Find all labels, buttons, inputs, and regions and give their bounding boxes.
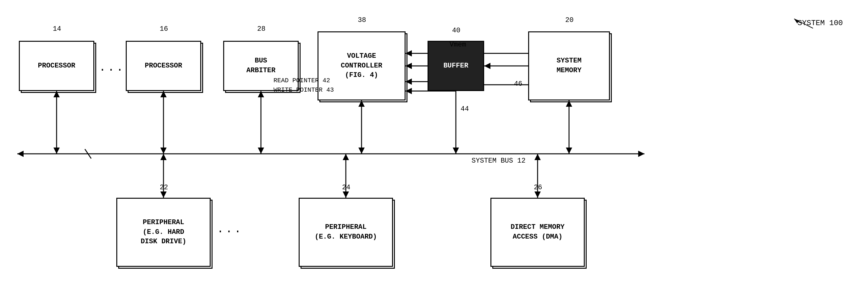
svg-marker-23: [343, 154, 349, 160]
system-memory-label: SYSTEM MEMORY: [556, 56, 581, 76]
dots-2: ...: [217, 223, 243, 236]
svg-marker-7: [160, 91, 166, 97]
svg-marker-32: [484, 63, 490, 69]
peripheral1-label: PERIPHERAL (E.G. HARD DISK DRIVE): [141, 218, 186, 247]
svg-marker-2: [638, 151, 645, 157]
bus-arbiter-label: BUS ARBITER: [246, 56, 275, 76]
ref-16: 16: [160, 25, 168, 33]
dots-1: ...: [99, 61, 125, 74]
ref-46: 46: [514, 80, 522, 88]
svg-marker-11: [258, 147, 264, 154]
svg-marker-13: [359, 100, 365, 107]
svg-line-40: [85, 149, 91, 159]
ref-14: 14: [53, 25, 61, 33]
processor1-label: PROCESSOR: [38, 61, 75, 71]
svg-marker-42: [794, 19, 799, 24]
peripheral2-label: PERIPHERAL (E.G. KEYBOARD): [315, 223, 377, 242]
svg-marker-14: [359, 147, 365, 154]
dma-box: DIRECT MEMORY ACCESS (DMA): [490, 198, 585, 267]
svg-marker-22: [343, 192, 349, 198]
svg-marker-30: [406, 63, 412, 69]
vmem-label: Vmem: [450, 41, 466, 49]
read-pointer-label: READ POINTER 42: [274, 77, 330, 84]
ref-40: 40: [452, 27, 460, 35]
svg-marker-38: [453, 147, 459, 154]
buffer-label: BUFFER: [443, 61, 468, 71]
processor1-box: PROCESSOR: [19, 41, 94, 91]
svg-marker-8: [160, 147, 166, 154]
ref-38: 38: [358, 16, 366, 24]
svg-marker-19: [160, 192, 166, 198]
diagram: 14 16 28 38 40 20 PROCESSOR ... PROCESSO…: [0, 0, 868, 307]
dma-label: DIRECT MEMORY ACCESS (DMA): [510, 223, 565, 242]
processor2-box: PROCESSOR: [126, 41, 201, 91]
svg-marker-10: [258, 91, 264, 97]
svg-marker-20: [160, 154, 166, 160]
peripheral2-box: PERIPHERAL (E.G. KEYBOARD): [299, 198, 393, 267]
ref-28: 28: [257, 25, 265, 33]
svg-marker-5: [54, 147, 60, 154]
svg-marker-26: [534, 154, 541, 160]
ref-24: 24: [342, 184, 350, 192]
system-100-arrow: [788, 16, 819, 35]
svg-marker-1: [17, 151, 24, 157]
svg-marker-34: [406, 78, 412, 85]
ref-26: 26: [534, 184, 542, 192]
peripheral1-box: PERIPHERAL (E.G. HARD DISK DRIVE): [116, 198, 211, 267]
ref-44: 44: [461, 105, 469, 113]
svg-marker-17: [566, 147, 572, 154]
voltage-controller-label: VOLTAGE CONTROLLER (FIG. 4): [341, 52, 382, 80]
svg-marker-16: [566, 100, 572, 107]
processor2-label: PROCESSOR: [145, 61, 182, 71]
system-bus-label: SYSTEM BUS 12: [471, 157, 526, 165]
svg-marker-4: [54, 91, 60, 97]
svg-marker-25: [534, 192, 541, 198]
svg-marker-36: [406, 88, 412, 94]
ref-22: 22: [160, 184, 168, 192]
write-pointer-label: WRITE POINTER 43: [274, 86, 334, 94]
ref-20: 20: [565, 16, 574, 24]
system-memory-box: SYSTEM MEMORY: [528, 31, 610, 100]
svg-marker-28: [406, 50, 412, 57]
